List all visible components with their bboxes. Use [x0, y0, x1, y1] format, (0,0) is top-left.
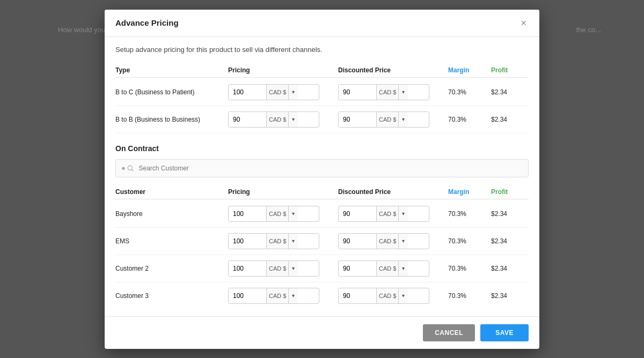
customer-name: Bayshore: [115, 210, 228, 218]
discounted-currency-dropdown-btob[interactable]: ▾: [398, 112, 408, 127]
discounted-input-0: CAD $ ▾: [338, 206, 448, 222]
modal-footer: CANCEL SAVE: [105, 316, 539, 349]
contract-discounted-currency: CAD $: [376, 261, 398, 276]
pricing-value-btob[interactable]: [229, 112, 266, 127]
modal-subtitle: Setup advance pricing for this product t…: [115, 46, 529, 54]
contract-pricing-value[interactable]: [229, 288, 266, 303]
discounted-currency-btob: CAD $: [376, 112, 398, 127]
table-row: Customer 3 CAD $ ▾ CAD $ ▾ 70.3% $2.34: [115, 282, 529, 308]
contract-discounted-value[interactable]: [339, 261, 376, 276]
discounted-currency-dropdown-btoc[interactable]: ▾: [398, 85, 408, 100]
pricing-input-2: CAD $ ▾: [228, 260, 338, 277]
pricing-input-1: CAD $ ▾: [228, 233, 338, 249]
pricing-currency-dropdown-btoc[interactable]: ▾: [288, 85, 298, 100]
modal-overlay: Advance Pricing × Setup advance pricing …: [0, 0, 644, 358]
advance-pricing-modal: Advance Pricing × Setup advance pricing …: [105, 10, 539, 349]
pricing-input-3: CAD $ ▾: [228, 288, 338, 304]
col-pricing: Pricing: [228, 66, 338, 74]
svg-line-1: [132, 170, 134, 171]
discounted-currency-btoc: CAD $: [376, 85, 398, 100]
customer-name: EMS: [115, 237, 228, 245]
table-row: Customer 2 CAD $ ▾ CAD $ ▾ 70.3% $2.34: [115, 255, 529, 282]
contract-margin: 70.3%: [448, 292, 491, 300]
customer-name: Customer 2: [115, 265, 228, 272]
pricing-input-btob: CAD $ ▾: [228, 111, 338, 128]
contract-discounted-currency: CAD $: [376, 234, 398, 249]
contract-pricing-currency: CAD $: [266, 261, 288, 276]
profit-btob: $2.34: [491, 116, 529, 123]
contract-margin: 70.3%: [448, 210, 491, 218]
contract-discounted-value[interactable]: [339, 234, 376, 249]
contract-discounted-value[interactable]: [339, 206, 376, 221]
discounted-input-btoc: CAD $ ▾: [338, 84, 448, 100]
type-btob: B to B (Business to Business): [115, 116, 228, 123]
discounted-value-btoc[interactable]: [339, 85, 376, 100]
contract-pricing-currency: CAD $: [266, 288, 288, 303]
contract-margin: 70.3%: [448, 237, 491, 245]
pricing-currency-dropdown-btob[interactable]: ▾: [288, 112, 298, 127]
contract-pricing-value[interactable]: [229, 261, 266, 276]
contract-rows-wrapper[interactable]: Bayshore CAD $ ▾ CAD $ ▾ 70.3% $2.34 EMS: [115, 200, 529, 308]
pricing-currency-btoc: CAD $: [266, 85, 288, 100]
contract-discounted-value[interactable]: [339, 288, 376, 303]
margin-btoc: 70.3%: [448, 88, 491, 96]
contract-col-pricing: Pricing: [228, 188, 338, 196]
contract-discounted-dropdown[interactable]: ▾: [398, 234, 408, 249]
contract-pricing-currency: CAD $: [266, 234, 288, 249]
save-button[interactable]: SAVE: [480, 324, 529, 341]
discounted-input-2: CAD $ ▾: [338, 260, 448, 277]
contract-pricing-value[interactable]: [229, 234, 266, 249]
modal-title: Advance Pricing: [115, 18, 179, 27]
modal-body: Setup advance pricing for this product t…: [105, 37, 539, 316]
contract-table-header: Customer Pricing Discounted Price Margin…: [115, 185, 529, 199]
contract-col-customer: Customer: [115, 188, 228, 196]
pricing-currency-btob: CAD $: [266, 112, 288, 127]
contract-pricing-value[interactable]: [229, 206, 266, 221]
contract-pricing-dropdown[interactable]: ▾: [288, 234, 298, 249]
contract-discounted-currency: CAD $: [376, 288, 398, 303]
contract-discounted-dropdown[interactable]: ▾: [398, 206, 408, 221]
search-icon: ●︎: [121, 164, 134, 172]
contract-profit: $2.34: [491, 292, 529, 300]
discounted-value-btob[interactable]: [339, 112, 376, 127]
modal-header: Advance Pricing ×: [105, 10, 539, 37]
type-btoc: B to C (Business to Patient): [115, 88, 228, 96]
pricing-input-0: CAD $ ▾: [228, 206, 338, 222]
col-margin: Margin: [448, 66, 491, 74]
discounted-input-btob: CAD $ ▾: [338, 111, 448, 128]
pricing-input-btoc: CAD $ ▾: [228, 84, 338, 100]
contract-discounted-dropdown[interactable]: ▾: [398, 261, 408, 276]
col-profit: Profit: [491, 66, 529, 74]
table-row: Bayshore CAD $ ▾ CAD $ ▾ 70.3% $2.34: [115, 200, 529, 228]
contract-pricing-dropdown[interactable]: ▾: [288, 261, 298, 276]
contract-pricing-dropdown[interactable]: ▾: [288, 288, 298, 303]
search-bar[interactable]: ●︎: [115, 159, 529, 177]
discounted-input-3: CAD $ ▾: [338, 288, 448, 304]
margin-btob: 70.3%: [448, 116, 491, 123]
contract-margin: 70.3%: [448, 265, 491, 272]
search-input[interactable]: [138, 165, 523, 172]
pricing-table: Type Pricing Discounted Price Margin Pro…: [115, 63, 529, 133]
contract-discounted-dropdown[interactable]: ▾: [398, 288, 408, 303]
contract-col-profit: Profit: [491, 188, 529, 196]
col-type: Type: [115, 66, 228, 74]
customer-name: Customer 3: [115, 292, 228, 300]
pricing-table-header: Type Pricing Discounted Price Margin Pro…: [115, 63, 529, 78]
contract-discounted-currency: CAD $: [376, 206, 398, 221]
contract-section: On Contract ●︎ Customer Pricing Discount…: [115, 144, 529, 308]
on-contract-title: On Contract: [115, 144, 529, 153]
table-row: EMS CAD $ ▾ CAD $ ▾ 70.3% $2.34: [115, 228, 529, 255]
profit-btoc: $2.34: [491, 88, 529, 96]
contract-pricing-currency: CAD $: [266, 206, 288, 221]
contract-col-discounted: Discounted Price: [338, 188, 448, 196]
discounted-input-1: CAD $ ▾: [338, 233, 448, 249]
contract-pricing-dropdown[interactable]: ▾: [288, 206, 298, 221]
contract-profit: $2.34: [491, 210, 529, 218]
contract-profit: $2.34: [491, 237, 529, 245]
col-discounted: Discounted Price: [338, 66, 448, 74]
pricing-row-btoc: B to C (Business to Patient) CAD $ ▾ CAD…: [115, 79, 529, 106]
cancel-button[interactable]: CANCEL: [423, 324, 475, 341]
close-button[interactable]: ×: [518, 17, 529, 29]
contract-col-margin: Margin: [448, 188, 491, 196]
pricing-value-btoc[interactable]: [229, 85, 266, 100]
